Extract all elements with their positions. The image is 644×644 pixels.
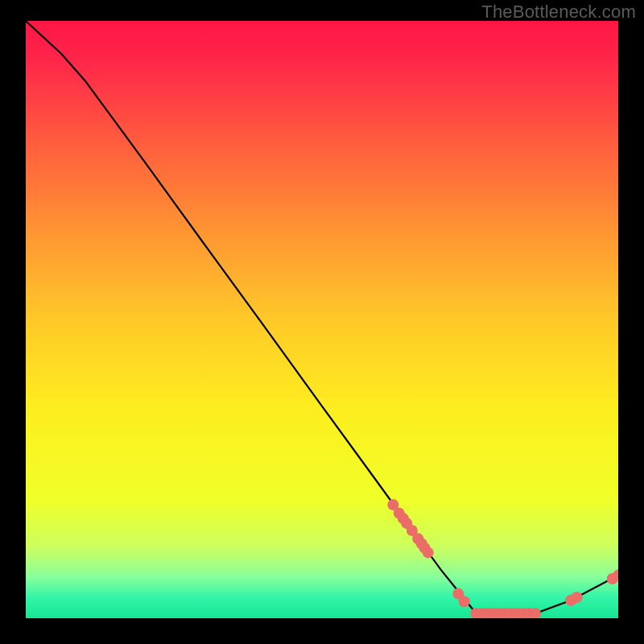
chart-container [26,21,618,618]
bottleneck-chart [26,21,618,618]
data-point [423,547,434,558]
chart-background [26,21,618,618]
watermark-text: TheBottleneck.com [481,2,636,23]
data-point [571,592,582,603]
data-point [459,596,470,607]
